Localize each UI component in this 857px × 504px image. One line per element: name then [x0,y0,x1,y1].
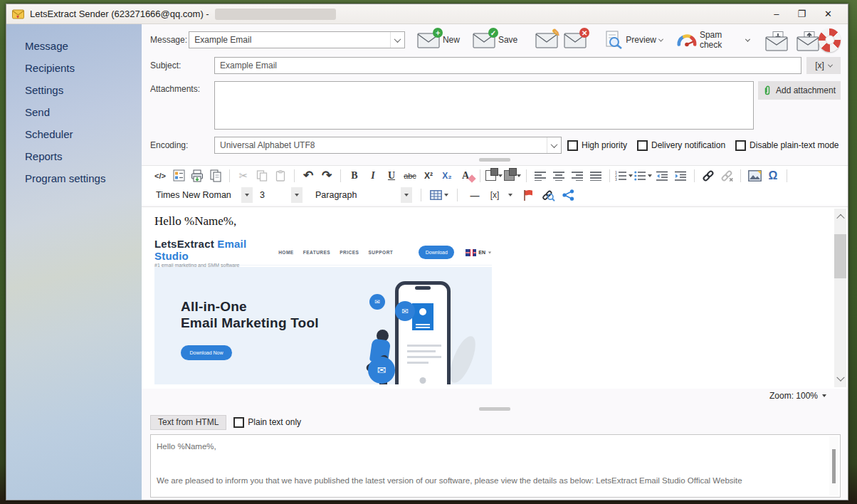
sidebar-item[interactable]: Reports [6,145,142,167]
align-right-icon[interactable] [569,167,586,184]
insert-table-icon[interactable] [430,187,448,204]
subscript-icon[interactable]: X₂ [438,167,456,184]
plain-text-content[interactable]: Hello %Name%, We are pleased to inform y… [157,441,823,497]
sidebar-item[interactable]: Scheduler [6,123,142,145]
editor-scrollbar-thumb[interactable] [834,234,846,278]
horizontal-line-icon[interactable]: — [466,187,483,204]
plain-text-only-group[interactable]: Plain text only [233,417,301,428]
editor-scrollbar[interactable] [834,209,846,387]
zoom-dropdown-arrow[interactable] [822,394,826,397]
scroll-up-arrow[interactable] [836,213,844,221]
banner-heading: All-in-One Email Marketing Tool [181,298,319,331]
preview-dropdown-arrow[interactable] [658,36,663,41]
text-from-html-tab[interactable]: Text from HTML [150,415,226,430]
checkbox-label: High priority [582,140,627,150]
delete-message-icon-button[interactable]: ✕ [564,31,587,48]
attachments-list[interactable] [214,81,754,130]
print-icon[interactable] [189,167,206,184]
save-message-button[interactable]: ✓ Save [470,30,520,50]
site-nav-item: SUPPORT [368,250,393,255]
message-select-arrow[interactable] [390,32,404,48]
preview-button[interactable]: Preview [602,29,665,51]
align-justify-icon[interactable] [587,167,604,184]
option-checkbox-group[interactable]: Delivery notification [637,140,725,151]
insert-macro-dropdown-arrow[interactable] [508,194,512,196]
encoding-select-arrow[interactable] [547,137,561,153]
source-code-icon[interactable]: </> [152,167,169,184]
rename-message-icon-button[interactable]: ✎ [535,31,558,48]
increase-indent-icon[interactable] [672,167,689,184]
undo-icon[interactable]: ↶ [300,167,317,184]
decrease-indent-icon[interactable] [653,167,671,184]
plain-text-scrollbar-thumb[interactable] [832,449,836,483]
checkbox[interactable] [567,140,578,151]
editor-toolbar-row2: Times New Roman 3 Paragraph — [x] [142,185,848,205]
flag-icon[interactable] [520,187,537,204]
new-message-button[interactable]: ＋ New [415,30,462,50]
superscript-icon[interactable]: X² [420,167,437,184]
bullet-list-icon[interactable] [634,167,652,184]
encoding-select[interactable]: Universal Alphabet UTF8 [214,137,562,154]
font-name-select[interactable]: Times New Roman [152,187,253,203]
scroll-down-arrow[interactable] [836,375,844,383]
subject-macro-dropdown-arrow[interactable] [828,62,833,67]
plain-text-only-checkbox[interactable] [233,417,244,428]
import-message-icon-button[interactable] [764,31,787,48]
document-properties-icon[interactable] [170,167,187,184]
bold-icon[interactable]: B [346,167,363,184]
maximize-button[interactable]: ❐ [797,4,806,24]
italic-icon[interactable]: I [364,167,382,184]
checkbox[interactable] [637,140,648,151]
copy-icon[interactable] [253,167,270,184]
align-center-icon[interactable] [550,167,567,184]
minimize-button[interactable]: – [774,4,779,24]
share-icon[interactable] [559,187,577,204]
paragraph-style-select[interactable]: Paragraph [311,187,412,203]
underline-icon[interactable]: U [383,167,400,184]
sidebar-item[interactable]: Recipients [6,57,142,79]
sidebar-item[interactable]: Message [6,35,142,57]
message-select[interactable]: Example Email [189,31,405,48]
copy-page-icon[interactable] [207,167,224,184]
cut-icon[interactable]: ✂ [235,167,252,184]
sidebar-item[interactable]: Send [6,101,142,123]
splitter-bottom[interactable] [142,406,848,411]
background-color-icon[interactable] [504,167,521,184]
insert-link-icon[interactable] [700,167,717,184]
align-left-icon[interactable] [532,167,549,184]
remove-link-icon[interactable] [718,167,735,184]
redo-icon[interactable]: ↷ [318,167,335,184]
checkbox[interactable] [735,140,746,151]
sidebar-item[interactable]: Settings [6,79,142,101]
site-logo: LetsExtract Email Studio #1 email market… [154,238,258,268]
help-icon-button[interactable] [819,28,841,52]
link-check-icon[interactable] [540,187,557,204]
option-checkbox-group[interactable]: High priority [567,140,627,151]
zoom-level-label[interactable]: Zoom: 100% [769,391,818,401]
plain-text-scrollbar[interactable] [829,436,838,495]
insert-image-icon[interactable] [746,167,763,184]
paste-icon[interactable] [272,167,289,184]
font-size-select[interactable]: 3 [256,187,303,203]
numbered-list-icon[interactable]: 123 [615,167,633,184]
export-message-icon-button[interactable] [796,31,819,48]
splitter-top[interactable] [142,157,848,162]
subject-macro-button[interactable]: [x] [806,57,841,74]
html-editor-canvas[interactable]: Hello %Name%, LetsExtract Email Studio #… [142,206,848,389]
subject-input[interactable] [214,57,801,74]
special-character-icon[interactable]: Ω [764,167,782,184]
close-button[interactable]: ✕ [824,4,832,24]
plain-text-area[interactable]: Hello %Name%, We are pleased to inform y… [150,434,841,498]
attachments-row: Attachments: Add attachment [150,81,841,130]
strikethrough-icon[interactable]: abc [401,167,419,184]
option-checkbox-group[interactable]: Disable plain-text mode [735,140,838,151]
insert-macro-icon[interactable]: [x] [486,187,503,204]
spam-check-dropdown-arrow[interactable] [745,36,750,41]
font-color-icon[interactable] [485,167,503,184]
sidebar-item[interactable]: Program settings [6,167,142,189]
site-language-label: EN [478,250,485,255]
add-attachment-button[interactable]: Add attachment [758,81,841,100]
zoom-row: Zoom: 100% [142,389,848,403]
spam-check-button[interactable]: Spam check [675,28,752,51]
leaf-decoration [446,333,479,384]
